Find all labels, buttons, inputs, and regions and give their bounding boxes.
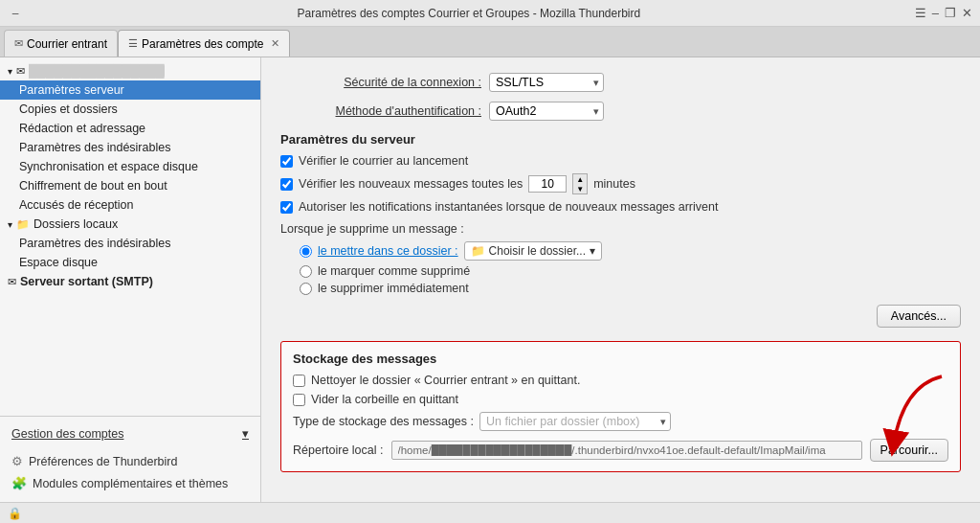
sidebar-item-label: Paramètres des indésirables: [19, 237, 170, 250]
storage-check1-checkbox[interactable]: [293, 375, 305, 387]
main-content: ▾ ✉ ████████████████ Paramètres serveur …: [0, 57, 980, 502]
sidebar-account-root[interactable]: ▾ ✉ ████████████████: [0, 61, 260, 80]
storage-section: Stockage des messages Nettoyer le dossie…: [280, 341, 961, 472]
close-button[interactable]: ✕: [962, 6, 972, 20]
folder-select-arrow: ▾: [590, 244, 595, 258]
manage-accounts-label: Gestion des comptes: [11, 427, 123, 441]
expand-icon: ▾: [8, 66, 12, 77]
minutes-up-button[interactable]: ▲: [573, 174, 587, 184]
sidebar: ▾ ✉ ████████████████ Paramètres serveur …: [0, 57, 261, 502]
modules-label: Modules complémentaires et thèmes: [33, 477, 228, 490]
sidebar-item-chiffrement[interactable]: Chiffrement de bout en bout: [0, 176, 260, 195]
tab-icon-settings: ☰: [128, 37, 138, 50]
connexion-label: Sécurité de la connexion :: [280, 76, 481, 89]
browse-button[interactable]: Parcourir...: [870, 439, 948, 462]
radio1-row: le mettre dans ce dossier : 📁 Choisir le…: [300, 241, 961, 261]
radio2-input[interactable]: [300, 265, 312, 278]
expand-icon: ▾: [8, 219, 12, 230]
menu-icon-button[interactable]: ☰: [915, 6, 926, 20]
storage-type-select-wrapper: Un fichier par dossier (mbox): [479, 412, 671, 431]
sidebar-item-label: Accusés de réception: [19, 198, 134, 212]
check2-label2: minutes: [593, 177, 635, 191]
sidebar-item-label: Copies et dossiers: [19, 102, 118, 116]
folder-select-button[interactable]: 📁 Choisir le dossier... ▾: [464, 241, 602, 261]
prefs-label: Préférences de Thunderbird: [29, 455, 177, 468]
status-lock-icon: 🔒: [8, 507, 22, 520]
check2-checkbox[interactable]: [280, 178, 293, 191]
storage-type-label: Type de stockage des messages :: [293, 415, 474, 428]
sidebar-dossiers-root[interactable]: ▾ 📁 Dossiers locaux: [0, 215, 260, 234]
advanced-button[interactable]: Avancés...: [877, 305, 961, 328]
sidebar-item-label: Synchronisation et espace disque: [19, 160, 198, 173]
sidebar-item-parametres-serveur[interactable]: Paramètres serveur: [0, 80, 260, 100]
check3-checkbox[interactable]: [280, 201, 293, 214]
serveur-section-title: Paramètres du serveur: [280, 132, 961, 147]
storage-check2-checkbox[interactable]: [293, 394, 305, 406]
manage-accounts-button[interactable]: Gestion des comptes ▾: [0, 421, 260, 446]
check3-label: Autoriser les notifications instantanées…: [299, 200, 718, 214]
sidebar-item-synchro[interactable]: Synchronisation et espace disque: [0, 157, 260, 176]
folder-select-label: Choisir le dossier...: [489, 244, 586, 258]
sidebar-item-redaction[interactable]: Rédaction et adressage: [0, 119, 260, 138]
auth-row: Méthode d'authentification : OAuth2: [280, 102, 961, 121]
check1-row: Vérifier le courrier au lancement: [280, 154, 961, 168]
tab-bar: ✉ Courrier entrant ☰ Paramètres des comp…: [0, 27, 980, 57]
sidebar-item-accuses[interactable]: Accusés de réception: [0, 195, 260, 215]
storage-type-row: Type de stockage des messages : Un fichi…: [293, 412, 948, 431]
minimize-button[interactable]: –: [8, 6, 23, 21]
check1-checkbox[interactable]: [280, 155, 293, 168]
minutes-input[interactable]: [528, 175, 567, 193]
sidebar-item-label: Espace disque: [19, 256, 98, 269]
storage-type-select[interactable]: Un fichier par dossier (mbox): [479, 412, 671, 431]
smtp-icon: ✉: [8, 276, 16, 288]
sidebar-item-preferences[interactable]: ⚙ Préférences de Thunderbird: [0, 450, 260, 472]
radio3-row: le supprimer immédiatement: [300, 282, 961, 295]
radio3-input[interactable]: [300, 283, 312, 295]
radio2-label: le marquer comme supprimé: [318, 264, 470, 278]
manage-accounts-arrow: ▾: [242, 426, 249, 441]
tab-courrier-entrant[interactable]: ✉ Courrier entrant: [4, 30, 118, 57]
connexion-select-wrapper: SSL/TLS: [489, 73, 604, 92]
sidebar-item-espace-disque[interactable]: Espace disque: [0, 253, 260, 272]
delete-section: Lorsque je supprime un message : le mett…: [280, 221, 961, 295]
connexion-row: Sécurité de la connexion : SSL/TLS: [280, 73, 961, 92]
radio3-label: le supprimer immédiatement: [318, 282, 469, 295]
sidebar-item-copies-dossiers[interactable]: Copies et dossiers: [0, 100, 260, 119]
check2-label1: Vérifier les nouveaux messages toutes le…: [299, 177, 523, 191]
local-dir-input[interactable]: [391, 441, 862, 460]
sidebar-item-modules[interactable]: 🧩 Modules complémentaires et thèmes: [0, 472, 260, 494]
tab-label-parametres: Paramètres des compte: [142, 37, 263, 51]
check1-label: Vérifier le courrier au lancement: [299, 154, 468, 168]
gear-icon: ⚙: [11, 454, 23, 468]
tab-parametres-comptes[interactable]: ☰ Paramètres des compte ✕: [118, 30, 290, 57]
right-panel: Sécurité de la connexion : SSL/TLS Métho…: [261, 57, 980, 502]
sidebar-item-smtp[interactable]: ✉ Serveur sortant (SMTP): [0, 272, 260, 291]
auth-select-wrapper: OAuth2: [489, 102, 604, 121]
storage-check2-row: Vider la corbeille en quittant: [293, 393, 948, 406]
storage-check1-row: Nettoyer le dossier « Courrier entrant »…: [293, 374, 948, 387]
tab-close-button[interactable]: ✕: [271, 37, 279, 50]
storage-check1-label: Nettoyer le dossier « Courrier entrant »…: [311, 374, 580, 387]
window-controls: ☰ – ❐ ✕: [915, 6, 972, 20]
tab-label-courrier: Courrier entrant: [27, 37, 107, 51]
window-title: Paramètres des comptes Courrier et Group…: [23, 7, 915, 20]
sidebar-item-label: Chiffrement de bout en bout: [19, 179, 167, 193]
minimize-button[interactable]: –: [932, 6, 939, 20]
sidebar-item-indesirables-local[interactable]: Paramètres des indésirables: [0, 234, 260, 253]
status-bar: 🔒: [0, 502, 980, 523]
sidebar-bottom-items: ⚙ Préférences de Thunderbird 🧩 Modules c…: [0, 446, 260, 498]
connexion-select[interactable]: SSL/TLS: [489, 73, 604, 92]
minutes-down-button[interactable]: ▼: [573, 184, 587, 193]
sidebar-item-indesirables[interactable]: Paramètres des indésirables: [0, 138, 260, 157]
tab-icon-mail: ✉: [14, 37, 23, 50]
local-dir-label: Répertoire local :: [293, 443, 384, 457]
local-dir-row: Répertoire local : Parcourir...: [293, 439, 948, 462]
advanced-row: Avancés...: [280, 305, 961, 328]
radio2-row: le marquer comme supprimé: [300, 264, 961, 278]
folder-icon: 📁: [471, 244, 485, 258]
restore-button[interactable]: ❐: [945, 6, 956, 20]
radio1-input[interactable]: [300, 245, 312, 258]
folder-icon: 📁: [16, 218, 30, 231]
check3-row: Autoriser les notifications instantanées…: [280, 200, 961, 214]
auth-select[interactable]: OAuth2: [489, 102, 604, 121]
